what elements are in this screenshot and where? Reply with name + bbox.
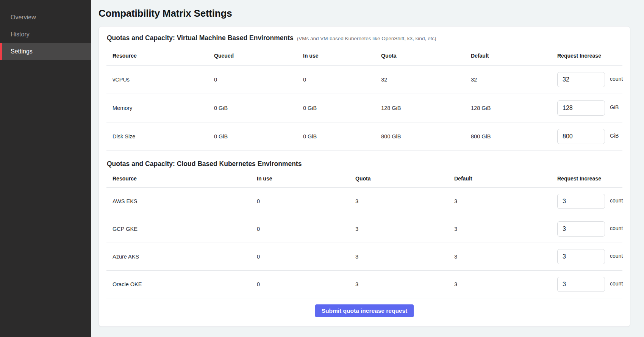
table-row: Oracle OKE 0 3 3 count [106, 271, 622, 298]
queued-value: 0 [214, 77, 303, 83]
in-use-value: 0 [257, 226, 355, 232]
resource-name: Memory [113, 105, 214, 111]
quota-value: 3 [355, 226, 454, 232]
k8s-table-header: Resource In use Quota Default Request In… [106, 168, 622, 188]
column-header-quota: Quota [381, 53, 471, 59]
sidebar-item-settings[interactable]: Settings [0, 43, 91, 60]
in-use-value: 0 [257, 198, 355, 204]
column-header-default: Default [454, 176, 557, 182]
request-increase-cell: count [557, 277, 622, 292]
unit-label: GiB [610, 133, 619, 139]
card-footer: Submit quota increase request [106, 298, 622, 321]
column-header-quota: Quota [355, 176, 454, 182]
quota-value: 800 GiB [381, 133, 471, 140]
quota-value: 3 [355, 281, 454, 287]
unit-label: count [610, 281, 623, 287]
sidebar: Overview History Settings [0, 0, 91, 337]
in-use-value: 0 GiB [303, 105, 381, 111]
request-increase-cell: count [557, 194, 622, 209]
quota-value: 3 [355, 254, 454, 260]
quota-value: 3 [355, 198, 454, 204]
resource-name: AWS EKS [113, 198, 257, 204]
table-row: Memory 0 GiB 0 GiB 128 GiB 128 GiB GiB [106, 94, 622, 122]
resource-name: Oracle OKE [113, 281, 257, 287]
default-value: 800 GiB [471, 133, 557, 140]
sidebar-item-history[interactable]: History [0, 26, 91, 43]
default-value: 3 [454, 226, 557, 232]
resource-name: Azure AKS [113, 254, 257, 260]
main-content: Compatibility Matrix Settings Quotas and… [91, 0, 644, 337]
resource-name: Disk Size [113, 133, 214, 140]
default-value: 3 [454, 254, 557, 260]
in-use-value: 0 [257, 254, 355, 260]
memory-request-input[interactable] [557, 100, 605, 116]
vm-table-header: Resource Queued In use Quota Default Req… [106, 42, 622, 66]
column-header-default: Default [471, 53, 557, 59]
request-increase-cell: count [557, 249, 622, 264]
unit-label: GiB [610, 104, 619, 110]
default-value: 3 [454, 198, 557, 204]
gcp-gke-request-input[interactable] [557, 221, 605, 237]
table-row: GCP GKE 0 3 3 count [106, 215, 622, 243]
column-header-in-use: In use [303, 53, 381, 59]
oracle-oke-request-input[interactable] [557, 277, 605, 292]
unit-label: count [610, 197, 623, 204]
aws-eks-request-input[interactable] [557, 194, 605, 209]
column-header-request-increase: Request Increase [557, 176, 622, 182]
request-increase-cell: GiB [557, 129, 622, 144]
unit-label: count [610, 76, 623, 82]
unit-label: count [610, 253, 623, 259]
sidebar-item-label: Settings [11, 48, 33, 55]
table-row: Disk Size 0 GiB 0 GiB 800 GiB 800 GiB Gi… [106, 122, 622, 151]
resource-name: vCPUs [113, 77, 214, 83]
sidebar-item-label: Overview [11, 14, 36, 21]
queued-value: 0 GiB [214, 105, 303, 111]
default-value: 32 [471, 77, 557, 83]
column-header-resource: Resource [113, 53, 214, 59]
quota-value: 32 [381, 77, 471, 83]
k8s-section-title: Quotas and Capacity: Cloud Based Kuberne… [107, 160, 302, 168]
request-increase-cell: GiB [557, 100, 622, 116]
column-header-queued: Queued [214, 53, 303, 59]
default-value: 128 GiB [471, 105, 557, 111]
disk-size-request-input[interactable] [557, 129, 605, 144]
quota-value: 128 GiB [381, 105, 471, 111]
resource-name: GCP GKE [113, 226, 257, 232]
in-use-value: 0 GiB [303, 133, 381, 140]
azure-aks-request-input[interactable] [557, 249, 605, 264]
default-value: 3 [454, 281, 557, 287]
table-row: vCPUs 0 0 32 32 count [106, 66, 622, 94]
queued-value: 0 GiB [214, 133, 303, 140]
sidebar-item-overview[interactable]: Overview [0, 9, 91, 26]
page-title: Compatibility Matrix Settings [98, 8, 630, 19]
column-header-request-increase: Request Increase [557, 53, 622, 59]
in-use-value: 0 [303, 77, 381, 83]
in-use-value: 0 [257, 281, 355, 287]
column-header-resource: Resource [113, 176, 257, 182]
vm-section-title: Quotas and Capacity: Virtual Machine Bas… [107, 34, 294, 42]
request-increase-cell: count [557, 221, 622, 237]
vcpus-request-input[interactable] [557, 72, 605, 87]
vm-section-subtitle: (VMs and VM-based Kubernetes like OpenSh… [297, 36, 436, 41]
column-header-in-use: In use [257, 176, 355, 182]
request-increase-cell: count [557, 72, 622, 87]
k8s-section-header: Quotas and Capacity: Cloud Based Kuberne… [106, 160, 622, 168]
settings-card: Quotas and Capacity: Virtual Machine Bas… [98, 26, 630, 327]
table-row: AWS EKS 0 3 3 count [106, 188, 622, 215]
unit-label: count [610, 225, 623, 231]
submit-quota-increase-button[interactable]: Submit quota increase request [315, 304, 414, 317]
table-row: Azure AKS 0 3 3 count [106, 243, 622, 271]
vm-section-header: Quotas and Capacity: Virtual Machine Bas… [106, 34, 622, 42]
sidebar-item-label: History [11, 31, 30, 38]
